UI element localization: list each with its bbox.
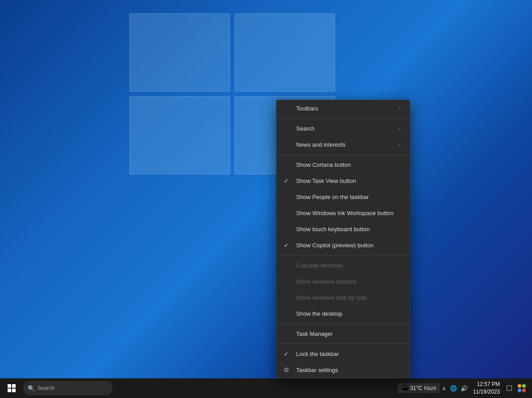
taskbar-context-menu: Toolbars › Search › News and interests ›… — [276, 100, 410, 378]
network-icon[interactable]: 🌐 — [449, 384, 458, 393]
svg-point-1 — [522, 384, 526, 388]
menu-item-windows-ink-label: Show Windows Ink Workspace button — [296, 210, 401, 216]
menu-item-show-desktop[interactable]: Show the desktop — [276, 305, 410, 322]
menu-item-cortana[interactable]: Show Cortana button — [276, 157, 410, 173]
menu-item-search-label: Search — [296, 125, 399, 132]
menu-item-toolbars-label: Toolbars — [296, 105, 399, 112]
menu-item-side-by-side-label: Show windows side by side — [296, 294, 401, 301]
weather-icon: 🌤 — [401, 384, 408, 392]
notification-icon[interactable]: ☐ — [504, 383, 514, 394]
submenu-arrow-search: › — [399, 126, 401, 131]
taskbar-search-placeholder: Search — [38, 385, 54, 391]
menu-item-taskbar-settings-label: Taskbar settings — [296, 367, 401, 373]
menu-item-stacked: Show windows stacked — [276, 273, 410, 289]
menu-item-people-label: Show People on the taskbar — [296, 194, 401, 200]
menu-item-task-view-label: Show Task View button — [296, 178, 401, 184]
menu-item-copilot[interactable]: Show Copilot (preview) button — [276, 237, 410, 253]
win-logo-pane-tr — [235, 13, 335, 92]
taskbar-search[interactable]: 🔍 Search — [23, 381, 113, 395]
menu-item-cascade-label: Cascade windows — [296, 262, 401, 269]
menu-item-task-view[interactable]: Show Task View button — [276, 173, 410, 189]
menu-item-news-label: News and interests — [296, 141, 399, 148]
menu-item-show-desktop-label: Show the desktop — [296, 310, 401, 317]
chevron-up-icon[interactable]: ∧ — [441, 384, 447, 393]
svg-point-3 — [522, 389, 526, 392]
menu-item-people[interactable]: Show People on the taskbar — [276, 189, 410, 205]
svg-point-0 — [518, 384, 521, 388]
divider-3 — [276, 255, 410, 255]
win-logo-pane-tl — [130, 13, 230, 92]
clock-time: 12:57 PM — [477, 381, 500, 388]
divider-4 — [276, 323, 410, 324]
taskbar-right: 🌤 31°C Haze ∧ 🌐 🔊 12:57 PM 11/19/2023 ☐ — [398, 381, 532, 396]
win-logo-pane-bl — [130, 96, 230, 174]
menu-item-taskbar-settings[interactable]: Taskbar settings — [276, 362, 410, 378]
menu-item-copilot-label: Show Copilot (preview) button — [296, 242, 401, 249]
menu-item-stacked-label: Show windows stacked — [296, 278, 401, 285]
submenu-arrow-toolbars: › — [399, 106, 401, 111]
taskbar: 🔍 Search 🌤 31°C Haze ∧ 🌐 🔊 12:57 PM 11/1… — [0, 378, 532, 398]
menu-item-task-manager-label: Task Manager — [296, 330, 401, 337]
menu-item-lock-taskbar-label: Lock the taskbar — [296, 351, 401, 357]
menu-item-side-by-side: Show windows side by side — [276, 289, 410, 305]
volume-icon[interactable]: 🔊 — [460, 384, 469, 393]
menu-item-search[interactable]: Search › — [276, 120, 410, 136]
menu-item-task-manager[interactable]: Task Manager — [276, 326, 410, 342]
divider-1 — [276, 118, 410, 119]
weather-widget[interactable]: 🌤 31°C Haze — [398, 383, 440, 393]
weather-temp: 31°C — [410, 385, 422, 391]
start-icon — [8, 384, 16, 392]
copilot-svg — [517, 383, 527, 393]
menu-item-lock-taskbar[interactable]: Lock the taskbar — [276, 346, 410, 362]
clock-date: 11/19/2023 — [473, 388, 500, 396]
start-button[interactable] — [2, 378, 21, 398]
taskbar-left: 🔍 Search — [0, 378, 113, 398]
menu-item-windows-ink[interactable]: Show Windows Ink Workspace button — [276, 205, 410, 221]
search-icon: 🔍 — [28, 385, 35, 392]
menu-item-touch-keyboard[interactable]: Show touch keyboard button — [276, 221, 410, 237]
weather-desc: Haze — [424, 385, 436, 391]
copilot-icon[interactable] — [515, 382, 528, 394]
submenu-arrow-news: › — [399, 142, 401, 147]
menu-item-touch-keyboard-label: Show touch keyboard button — [296, 226, 401, 233]
systray-icons: ∧ 🌐 🔊 — [441, 384, 469, 393]
svg-point-2 — [518, 389, 521, 392]
menu-item-cortana-label: Show Cortana button — [296, 161, 401, 168]
clock[interactable]: 12:57 PM 11/19/2023 — [469, 381, 503, 396]
menu-item-news[interactable]: News and interests › — [276, 136, 410, 152]
menu-item-cascade: Cascade windows — [276, 257, 410, 273]
divider-5 — [276, 343, 410, 344]
menu-item-toolbars[interactable]: Toolbars › — [276, 100, 410, 116]
divider-2 — [276, 154, 410, 155]
